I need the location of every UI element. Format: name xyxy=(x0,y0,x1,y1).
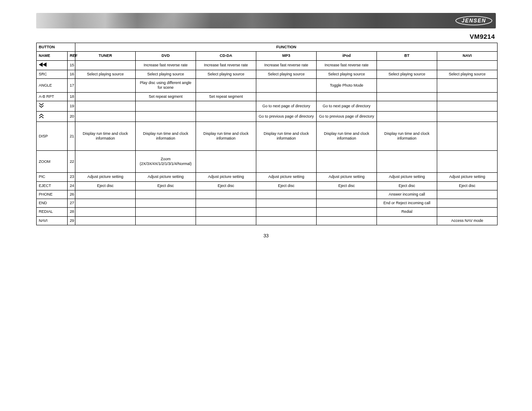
cell-ipod: Select playing source xyxy=(317,70,377,78)
cell-ref: 28 xyxy=(68,208,75,216)
cell-ref: 17 xyxy=(68,79,75,93)
cell-tuner xyxy=(75,216,136,225)
svg-marker-1 xyxy=(39,62,43,67)
cell-ref: 20 xyxy=(68,112,75,122)
cell-name: ZOOM xyxy=(37,151,68,173)
cell-mp3: Go to next page of directory xyxy=(256,101,317,111)
cell-dvd xyxy=(136,112,196,122)
th-name: NAME xyxy=(37,52,68,60)
cell-ref: 26 xyxy=(68,190,75,199)
th-button: BUTTON xyxy=(37,43,75,52)
cell-bt xyxy=(377,101,437,111)
cell-cdda xyxy=(196,190,256,199)
cell-navi xyxy=(437,112,498,122)
cell-mp3 xyxy=(256,216,317,225)
function-table: BUTTON FUNCTION NAME REF TUNER DVD CD-DA… xyxy=(36,43,498,225)
cell-ipod xyxy=(317,92,377,101)
cell-cdda xyxy=(196,79,256,93)
cell-ref: 16 xyxy=(68,70,75,78)
cell-tuner xyxy=(75,60,136,70)
cell-mp3: Select playing source xyxy=(256,70,317,78)
table-row: SRC16Select playing sourceSelect playing… xyxy=(37,70,498,78)
cell-name: DISP xyxy=(37,122,68,151)
cell-bt: Select playing source xyxy=(377,70,437,78)
cell-navi: Select playing source xyxy=(437,70,498,78)
cell-ref: 29 xyxy=(68,216,75,225)
cell-ipod xyxy=(317,151,377,173)
svg-marker-2 xyxy=(43,62,47,67)
th-tuner: TUNER xyxy=(75,52,136,60)
page-down-icon xyxy=(39,105,44,109)
button-name-label: END xyxy=(39,201,47,205)
cell-dvd xyxy=(136,199,196,208)
cell-navi xyxy=(437,92,498,101)
cell-navi xyxy=(437,208,498,216)
cell-cdda: Increase fast reverse rate xyxy=(196,60,256,70)
cell-name: REDIAL xyxy=(37,208,68,216)
cell-mp3 xyxy=(256,151,317,173)
table-row: END27End or Reject incoming call xyxy=(37,199,498,208)
cell-mp3 xyxy=(256,208,317,216)
cell-navi xyxy=(437,101,498,111)
button-name-label: A-B RPT xyxy=(39,94,54,99)
cell-ipod: Go to previous page of directory xyxy=(317,112,377,122)
cell-dvd: Zoom (2X/3X/4X/1/2/1/3/1/4/Normal) xyxy=(136,151,196,173)
th-mp3: MP3 xyxy=(256,52,317,60)
cell-tuner: Eject disc xyxy=(75,181,136,190)
cell-dvd: Increase fast reverse rate xyxy=(136,60,196,70)
cell-bt xyxy=(377,60,437,70)
th-function: FUNCTION xyxy=(75,43,498,52)
cell-cdda: Eject disc xyxy=(196,181,256,190)
button-name-label: ZOOM xyxy=(39,159,50,164)
cell-mp3 xyxy=(256,79,317,93)
cell-cdda: Set repeat segment xyxy=(196,92,256,101)
button-name-label: PIC xyxy=(39,174,45,179)
cell-ipod: Toggle Photo Mode xyxy=(317,79,377,93)
cell-navi xyxy=(437,151,498,173)
cell-tuner xyxy=(75,101,136,111)
cell-bt: Eject disc xyxy=(377,181,437,190)
cell-tuner xyxy=(75,190,136,199)
button-name-label: ANGLE xyxy=(39,83,52,87)
cell-ref: 18 xyxy=(68,92,75,101)
cell-ipod: Adjust picture setting xyxy=(317,173,377,181)
cell-bt: End or Reject incoming call xyxy=(377,199,437,208)
cell-tuner: Adjust picture setting xyxy=(75,173,136,181)
table-row: REDIAL28Redial xyxy=(37,208,498,216)
th-ipod: iPod xyxy=(317,52,377,60)
cell-navi xyxy=(437,60,498,70)
cell-tuner: Display run time and clock information xyxy=(75,122,136,151)
cell-dvd: Select playing source xyxy=(136,70,196,78)
cell-name: ANGLE xyxy=(37,79,68,93)
cell-name: NAVI xyxy=(37,216,68,225)
table-row: DISP21Display run time and clock informa… xyxy=(37,122,498,151)
table-row: A-B RPT18Set repeat segmentSet repeat se… xyxy=(37,92,498,101)
cell-navi xyxy=(437,122,498,151)
button-name-label: NAVI xyxy=(39,218,47,223)
cell-mp3: Increase fast reverse rate xyxy=(256,60,317,70)
cell-name: SRC xyxy=(37,70,68,78)
cell-ipod: Display run time and clock information xyxy=(317,122,377,151)
button-name-label: SRC xyxy=(39,72,47,76)
cell-name xyxy=(37,112,68,122)
cell-ipod xyxy=(317,216,377,225)
brand-logo: JENSEN xyxy=(455,16,492,25)
cell-tuner: Select playing source xyxy=(75,70,136,78)
rewind-icon xyxy=(39,63,47,68)
th-bt: BT xyxy=(377,52,437,60)
cell-ipod xyxy=(317,208,377,216)
cell-mp3 xyxy=(256,199,317,208)
cell-mp3: Display run time and clock information xyxy=(256,122,317,151)
cell-name: EJECT xyxy=(37,181,68,190)
cell-tuner xyxy=(75,112,136,122)
cell-dvd xyxy=(136,216,196,225)
table-row: 20Go to previous page of directoryGo to … xyxy=(37,112,498,122)
cell-ref: 23 xyxy=(68,173,75,181)
table-row: ANGLE17Play disc using different angle f… xyxy=(37,79,498,93)
th-dvd: DVD xyxy=(136,52,196,60)
header-banner: JENSEN xyxy=(36,13,496,28)
button-name-label: REDIAL xyxy=(39,209,53,214)
cell-dvd xyxy=(136,190,196,199)
cell-name xyxy=(37,60,68,70)
cell-mp3: Adjust picture setting xyxy=(256,173,317,181)
